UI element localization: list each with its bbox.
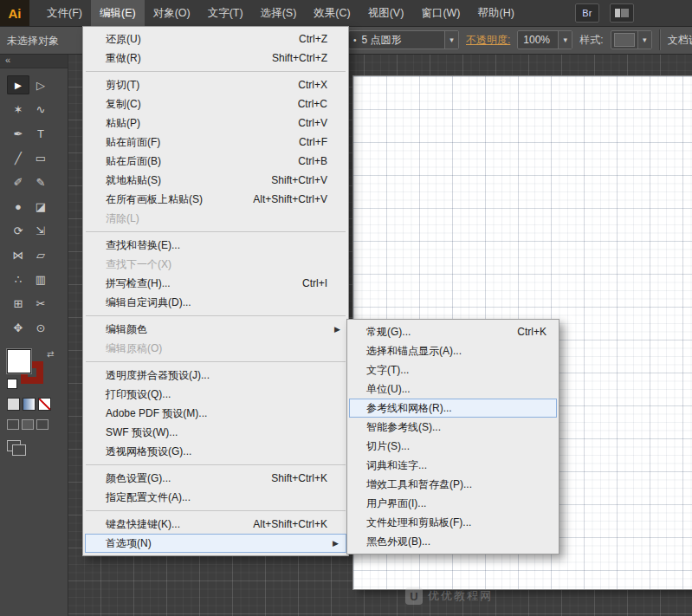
menu-item-label: 重做(R): [106, 51, 141, 66]
color-button[interactable]: [7, 398, 20, 411]
rectangle-tool[interactable]: ▭: [29, 148, 52, 167]
menu-item-label: 查找下一个(X): [106, 257, 171, 272]
menu-item-copy[interactable]: 复制(C)Ctrl+C: [83, 94, 348, 113]
menu-item-transparency-flattener-presets[interactable]: 透明度拼合器预设(J)...: [83, 366, 348, 385]
eraser-tool[interactable]: ◪: [29, 197, 52, 216]
menu-item-edit-custom-dictionary[interactable]: 编辑自定词典(D)...: [83, 293, 348, 312]
menu-item-paste-in-back[interactable]: 贴在后面(B)Ctrl+B: [83, 152, 348, 171]
submenu-item-user-interface[interactable]: 用户界面(I)...: [347, 494, 559, 513]
tool-grid: ► ▷ ✶ ∿ ✒ T ╱ ▭ ✐ ✎ ● ◪ ⟳ ⇲ ⋈ ▱ ∴ ▥ ⊞ ✂ …: [0, 68, 68, 337]
zoom-tool[interactable]: ⊙: [29, 318, 52, 337]
selection-tool[interactable]: ►: [7, 75, 29, 94]
menu-item-label: 参考线和网格(R)...: [366, 401, 452, 416]
submenu-item-general[interactable]: 常规(G)...Ctrl+K: [347, 322, 559, 341]
menu-item-undo[interactable]: 还原(U)Ctrl+Z: [83, 29, 348, 49]
dropdown-arrow-icon[interactable]: [558, 31, 572, 49]
lasso-tool[interactable]: ∿: [29, 100, 52, 119]
opacity-link[interactable]: 不透明度:: [466, 33, 510, 48]
workspace-switcher-icon[interactable]: [610, 3, 634, 23]
hand-tool[interactable]: ✥: [7, 318, 29, 337]
artboard-tool[interactable]: ⊞: [7, 294, 29, 313]
collapse-panel-button[interactable]: [0, 54, 68, 68]
menu-item-paste[interactable]: 粘贴(P)Ctrl+V: [83, 113, 348, 133]
symbol-sprayer-tool[interactable]: ∴: [7, 269, 29, 289]
menu-type[interactable]: 文字(T): [199, 0, 252, 26]
submenu-item-smart-guides[interactable]: 智能参考线(S)...: [347, 418, 559, 437]
menu-view[interactable]: 视图(V): [359, 0, 413, 26]
submenu-item-file-handling-clipboard[interactable]: 文件处理和剪贴板(F)...: [347, 513, 559, 532]
gradient-button[interactable]: [23, 398, 36, 411]
magic-wand-tool[interactable]: ✶: [7, 100, 29, 119]
menu-item-perspective-grid-presets[interactable]: 透视网格预设(G)...: [83, 442, 348, 461]
menu-item-label: 增效工具和暂存盘(P)...: [366, 477, 472, 492]
menu-item-paste-on-all-artboards[interactable]: 在所有画板上粘贴(S)Alt+Shift+Ctrl+V: [83, 190, 348, 209]
scale-tool[interactable]: ⇲: [29, 221, 52, 240]
submenu-item-guides-and-grid[interactable]: 参考线和网格(R)...: [349, 399, 557, 418]
rotate-tool[interactable]: ⟳: [7, 221, 29, 240]
menu-item-paste-in-front[interactable]: 贴在前面(F)Ctrl+F: [83, 133, 348, 152]
menu-item-label: 编辑自定词典(D)...: [106, 295, 191, 310]
menu-item-adobe-pdf-presets[interactable]: Adobe PDF 预设(M)...: [83, 404, 348, 423]
menu-item-label: 还原(U): [106, 32, 141, 47]
type-tool[interactable]: T: [29, 124, 52, 143]
menu-help[interactable]: 帮助(H): [469, 0, 523, 26]
menu-item-check-spelling[interactable]: 拼写检查(H)...Ctrl+I: [83, 274, 348, 293]
draw-behind-button[interactable]: [22, 419, 34, 430]
dropdown-arrow-icon[interactable]: [637, 31, 651, 49]
swap-fill-stroke-icon[interactable]: [47, 349, 54, 359]
draw-inside-button[interactable]: [36, 419, 49, 430]
none-button[interactable]: [38, 398, 51, 411]
menu-item-label: 编辑颜色: [106, 322, 147, 337]
opacity-dropdown[interactable]: 100%: [517, 30, 572, 49]
menu-item-edit-colors[interactable]: 编辑颜色: [83, 320, 348, 339]
menu-object[interactable]: 对象(O): [145, 0, 199, 26]
menu-item-print-presets[interactable]: 打印预设(Q)...: [83, 385, 348, 404]
menu-item-keyboard-shortcuts[interactable]: 键盘快捷键(K)...Alt+Shift+Ctrl+K: [83, 515, 348, 534]
free-transform-tool[interactable]: ▱: [29, 245, 52, 264]
submenu-item-hyphenation[interactable]: 词典和连字...: [347, 456, 559, 475]
draw-normal-button[interactable]: [7, 419, 19, 430]
submenu-item-appearance-of-black[interactable]: 黑色外观(B)...: [347, 532, 559, 551]
submenu-item-selection-anchor-display[interactable]: 选择和锚点显示(A)...: [347, 341, 559, 360]
column-graph-tool[interactable]: ▥: [29, 269, 52, 289]
menu-item-shortcut: Ctrl+C: [298, 98, 327, 110]
pencil-tool[interactable]: ✎: [29, 172, 52, 191]
menu-file[interactable]: 文件(F): [38, 0, 91, 26]
menu-item-assign-profile[interactable]: 指定配置文件(A)...: [83, 488, 348, 507]
menu-item-preferences[interactable]: 首选项(N): [85, 534, 346, 553]
blob-brush-tool[interactable]: ●: [7, 197, 29, 216]
paintbrush-tool[interactable]: ✐: [7, 172, 29, 191]
width-tool[interactable]: ⋈: [7, 245, 29, 264]
direct-selection-tool[interactable]: ▷: [29, 75, 52, 94]
menu-item-shortcut: Alt+Shift+Ctrl+K: [253, 518, 327, 530]
fill-stroke-swatches: [7, 349, 55, 387]
brush-preset-dropdown[interactable]: • 5 点圆形: [348, 30, 459, 49]
submenu-item-type[interactable]: 文字(T)...: [347, 360, 559, 379]
menu-item-swf-presets[interactable]: SWF 预设(W)...: [83, 423, 348, 442]
fill-color-swatch[interactable]: [7, 349, 31, 373]
dropdown-arrow-icon[interactable]: [444, 31, 458, 49]
menu-item-paste-in-place[interactable]: 就地粘贴(S)Shift+Ctrl+V: [83, 171, 348, 190]
document-setup-button[interactable]: 文档设置: [668, 33, 692, 48]
submenu-item-units[interactable]: 单位(U)...: [347, 379, 559, 399]
submenu-item-slices[interactable]: 切片(S)...: [347, 437, 559, 456]
submenu-item-plugins-scratch-disks[interactable]: 增效工具和暂存盘(P)...: [347, 475, 559, 494]
style-dropdown[interactable]: [611, 30, 652, 49]
pen-tool[interactable]: ✒: [7, 124, 29, 143]
menu-item-find-and-replace[interactable]: 查找和替换(E)...: [83, 236, 348, 255]
preferences-submenu-panel: 常规(G)...Ctrl+K 选择和锚点显示(A)... 文字(T)... 单位…: [346, 319, 559, 554]
menu-item-redo[interactable]: 重做(R)Shift+Ctrl+Z: [83, 49, 348, 68]
style-label: 样式:: [579, 33, 603, 48]
menu-item-cut[interactable]: 剪切(T)Ctrl+X: [83, 75, 348, 94]
menu-select[interactable]: 选择(S): [252, 0, 306, 26]
menu-item-label: 首选项(N): [106, 536, 152, 551]
menu-item-color-settings[interactable]: 颜色设置(G)...Shift+Ctrl+K: [83, 469, 348, 488]
slice-tool[interactable]: ✂: [29, 294, 52, 313]
menu-edit[interactable]: 编辑(E): [91, 0, 145, 26]
bridge-button[interactable]: Br: [575, 3, 599, 23]
menu-effect[interactable]: 效果(C): [305, 0, 359, 26]
line-tool[interactable]: ╱: [7, 148, 29, 167]
default-fill-stroke-icon[interactable]: [7, 379, 17, 389]
menu-window[interactable]: 窗口(W): [412, 0, 469, 26]
screen-mode-button[interactable]: [7, 440, 26, 456]
